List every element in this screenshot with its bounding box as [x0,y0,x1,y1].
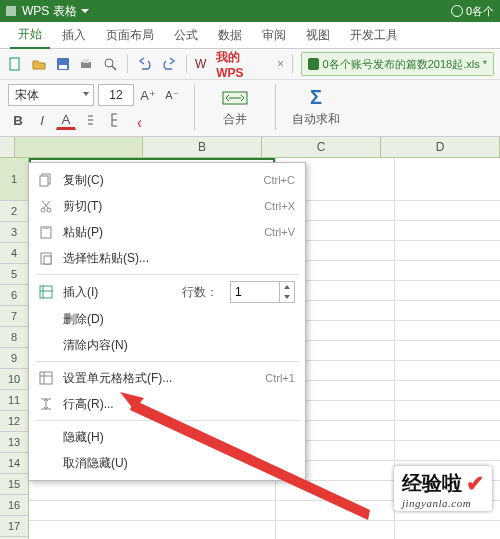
row-header[interactable]: 9 [0,348,29,369]
align-button[interactable] [80,110,100,130]
menu-format-cells[interactable]: 设置单元格格式(F)... Ctrl+1 [29,365,305,391]
app-menu-dropdown-icon[interactable] [81,9,89,13]
cell[interactable] [29,520,276,539]
undo-icon[interactable] [136,55,154,73]
menu-cut[interactable]: 剪切(T) Ctrl+X [29,193,305,219]
redo-icon[interactable] [160,55,178,73]
row-header[interactable]: 5 [0,264,29,285]
open-file-icon[interactable] [30,55,48,73]
row-header[interactable]: 14 [0,453,29,474]
cell[interactable] [395,158,500,201]
border-button[interactable] [104,110,124,130]
row-header[interactable]: 15 [0,474,29,495]
cell[interactable] [276,500,395,521]
menu-delete[interactable]: 删除(D) [29,306,305,332]
document-tab-label: 0各个账号发布的篇数2018起.xls * [323,57,487,72]
eraser-button[interactable] [128,110,148,130]
menu-row-height[interactable]: 行高(R)... [29,391,305,417]
cell[interactable] [395,440,500,461]
row-header[interactable]: 13 [0,432,29,453]
menu-separator [35,274,299,275]
cell[interactable] [29,500,276,521]
menu-label: 设置单元格格式(F)... [63,370,257,387]
rows-count-spinner[interactable] [230,281,295,303]
cell[interactable] [395,340,500,361]
ribbon-tab[interactable]: 开发工具 [342,22,406,48]
cell[interactable] [395,240,500,261]
cell[interactable] [395,300,500,321]
row-header[interactable]: 8 [0,327,29,348]
ribbon-tab[interactable]: 公式 [166,22,206,48]
chevron-down-icon [83,92,89,96]
cell[interactable] [395,260,500,281]
print-preview-icon[interactable] [101,55,119,73]
row-header[interactable]: 7 [0,306,29,327]
menu-hide[interactable]: 隐藏(H) [29,424,305,450]
merge-cells-button[interactable]: 合并 [207,87,263,128]
row-header[interactable]: 6 [0,285,29,306]
menu-copy[interactable]: 复制(C) Ctrl+C [29,167,305,193]
ribbon-tab[interactable]: 开始 [10,21,50,49]
spinner-up-button[interactable] [280,282,294,292]
print-icon[interactable] [78,55,96,73]
autosum-button[interactable]: Σ 自动求和 [288,87,344,128]
font-family-select[interactable]: 宋体 [8,84,94,106]
cut-icon [37,199,55,213]
cell[interactable] [395,200,500,221]
select-all-corner[interactable] [0,137,15,157]
menu-paste[interactable]: 粘贴(P) Ctrl+V [29,219,305,245]
cell[interactable] [395,380,500,401]
cell[interactable] [395,320,500,341]
cell[interactable] [395,220,500,241]
row-header[interactable]: 2 [0,201,29,222]
row-header[interactable]: 3 [0,222,29,243]
cell[interactable] [395,400,500,421]
column-header[interactable]: C [262,137,381,157]
ribbon-tab[interactable]: 视图 [298,22,338,48]
cell[interactable] [395,280,500,301]
row-header[interactable]: 1 [0,158,29,201]
row-header[interactable]: 10 [0,369,29,390]
cell[interactable] [276,520,395,539]
cell[interactable] [395,360,500,381]
cell[interactable] [395,420,500,441]
bold-button[interactable]: B [8,110,28,130]
row-header[interactable]: 12 [0,411,29,432]
watermark: 经验啦 ✔ jingyanla.com [394,466,492,511]
row-header[interactable]: 11 [0,390,29,411]
sigma-icon: Σ [303,87,329,109]
menu-unhide[interactable]: 取消隐藏(U) [29,450,305,476]
ribbon-tab[interactable]: 页面布局 [98,22,162,48]
italic-button[interactable]: I [32,110,52,130]
column-header[interactable] [15,137,143,157]
column-header[interactable]: B [143,137,262,157]
rows-count-input[interactable] [231,282,279,302]
menu-insert[interactable]: 插入(I) 行数： [29,278,305,306]
row-header[interactable]: 17 [0,516,29,537]
document-tab[interactable]: 0各个账号发布的篇数2018起.xls * [301,52,494,76]
menu-clear-contents[interactable]: 清除内容(N) [29,332,305,358]
menu-separator [35,420,299,421]
decrease-font-button[interactable]: A⁻ [162,85,182,105]
open-docs-indicator[interactable]: 0各个 [451,4,494,19]
spinner-down-button[interactable] [280,292,294,302]
cell[interactable] [395,520,500,539]
cell[interactable] [276,480,395,501]
column-header[interactable]: D [381,137,500,157]
my-wps-link[interactable]: 我的WPS [212,49,271,80]
ribbon-tab[interactable]: 数据 [210,22,250,48]
new-file-icon[interactable] [6,55,24,73]
font-color-button[interactable]: A [56,110,76,130]
format-cells-icon [37,371,55,385]
row-header[interactable]: 16 [0,495,29,516]
font-size-select[interactable]: 12 [98,84,134,106]
increase-font-button[interactable]: A⁺ [138,85,158,105]
save-icon[interactable] [54,55,72,73]
menu-paste-special[interactable]: 选择性粘贴(S)... [29,245,305,271]
close-mywps-icon[interactable]: × [277,57,284,71]
shortcut-label: Ctrl+V [264,226,295,238]
ribbon-tab[interactable]: 插入 [54,22,94,48]
row-header[interactable]: 4 [0,243,29,264]
ribbon-tab[interactable]: 审阅 [254,22,294,48]
cell[interactable] [29,480,276,501]
